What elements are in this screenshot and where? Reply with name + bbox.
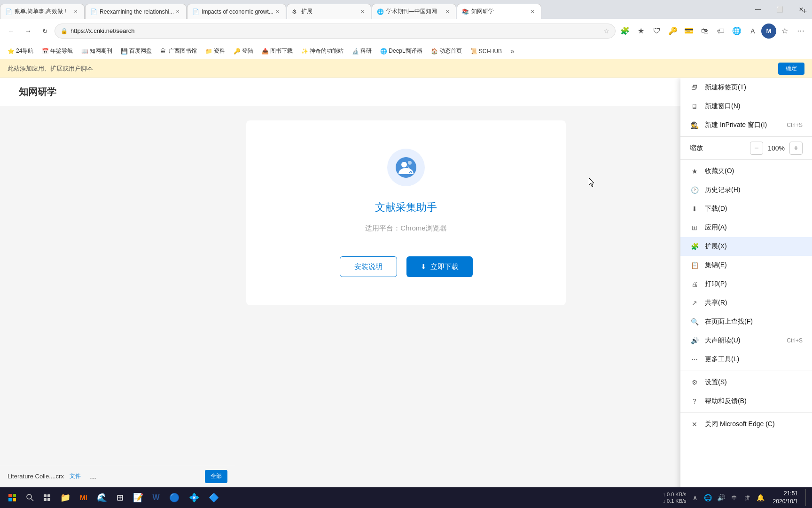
bookmark-item-4[interactable]: 🏛广西图书馆 — [156, 46, 201, 57]
menu-label-read-aloud: 大声朗读(U) — [705, 336, 781, 345]
bookmark-item-11[interactable]: 🏠动态首页 — [427, 46, 466, 57]
coupon-icon[interactable]: 🏷 — [713, 24, 728, 39]
clock[interactable]: 21:51 2020/10/1 — [769, 490, 802, 506]
menu-icon-history: 🕐 — [690, 185, 699, 195]
extensions-icon[interactable]: 🧩 — [617, 24, 632, 39]
bookmark-favicon-1: 📅 — [42, 48, 48, 55]
tab-close-6[interactable]: ✕ — [529, 8, 536, 16]
favorites-button[interactable]: ☆ — [777, 24, 792, 39]
menu-item-help[interactable]: ? 帮助和反馈(B) — [680, 392, 812, 411]
tab-close-3[interactable]: ✕ — [273, 8, 281, 16]
menu-label-settings: 设置(S) — [705, 378, 803, 387]
bookmark-item-7[interactable]: 📥图书下载 — [258, 46, 297, 57]
settings-button[interactable]: ⋯ — [793, 24, 808, 39]
menu-item-find[interactable]: 🔍 在页面上查找(F) — [680, 312, 812, 331]
read-icon[interactable]: A — [745, 24, 760, 39]
taskbar-search[interactable] — [23, 489, 38, 506]
zoom-out-button[interactable]: − — [750, 142, 763, 155]
refresh-button[interactable]: ↻ — [38, 24, 53, 39]
menu-item-downloads[interactable]: ⬇ 下载(D) — [680, 199, 812, 218]
address-bar[interactable]: 🔒 https://x.cnki.net/search ☆ — [55, 24, 616, 39]
menu-item-collections[interactable]: 📋 集锦(E) — [680, 256, 812, 275]
back-button[interactable]: ← — [4, 24, 19, 39]
notification-bell[interactable]: 🔔 — [756, 493, 765, 502]
bookmark-item-5[interactable]: 📁资料 — [202, 46, 229, 57]
password-icon[interactable]: 🔑 — [665, 24, 680, 39]
browser-frame: 📄 账单,简单事,高效做！ ✕ 📄 Reexamining the relati… — [0, 0, 812, 508]
bookmark-item-9[interactable]: 🔬科研 — [348, 46, 375, 57]
menu-item-more-tools[interactable]: ⋯ 更多工具(L) — [680, 350, 812, 369]
show-desktop[interactable] — [805, 489, 808, 506]
taskbar-app-grid[interactable]: ⊞ — [113, 489, 127, 506]
systray-ime[interactable]: 拼 — [743, 493, 752, 502]
browser-tab-4[interactable]: ⚙ 扩展 ✕ — [287, 4, 371, 19]
bookmark-item-2[interactable]: 📖知网期刊 — [78, 46, 116, 57]
menu-item-new-window[interactable]: 🖥 新建窗口(N) — [680, 97, 812, 116]
notification-confirm-button[interactable]: 确定 — [778, 63, 804, 75]
taskbar-app3[interactable]: 🔷 — [205, 489, 223, 506]
menu-item-history[interactable]: 🕐 历史记录(H) — [680, 181, 812, 199]
menu-item-close-edge[interactable]: ✕ 关闭 Microsoft Edge (C) — [680, 415, 812, 434]
tab-close-1[interactable]: ✕ — [72, 8, 79, 16]
forward-button[interactable]: → — [21, 24, 36, 39]
svg-rect-3 — [8, 494, 12, 497]
tab-close-5[interactable]: ✕ — [444, 8, 451, 16]
bookmark-item-0[interactable]: ⭐24导航 — [4, 46, 37, 57]
download-button[interactable]: ⬇ 立即下载 — [406, 256, 473, 277]
bookmark-item-12[interactable]: 📜SCI-HUB — [467, 46, 506, 57]
menu-icon-new-tab: 🗗 — [690, 83, 699, 92]
taskbar-task-view[interactable] — [39, 489, 55, 506]
systray-network[interactable]: 🌐 — [703, 493, 713, 502]
bookmark-item-3[interactable]: 💾百度网盘 — [117, 46, 156, 57]
taskbar-app2[interactable]: 💠 — [185, 489, 203, 506]
menu-item-settings[interactable]: ⚙ 设置(S) — [680, 373, 812, 392]
taskbar-notes[interactable]: 📝 — [129, 489, 147, 506]
start-button[interactable] — [4, 489, 21, 506]
taskbar-xiaomi[interactable]: MI — [76, 489, 91, 506]
bookmark-item-6[interactable]: 🔑登陆 — [230, 46, 257, 57]
bookmark-favicon-4: 🏛 — [160, 48, 167, 55]
tab-close-2[interactable]: ✕ — [174, 8, 181, 16]
shield-icon[interactable]: 🛡 — [649, 24, 664, 39]
browser-tab-3[interactable]: 📄 Impacts of economic growt... ✕ — [187, 4, 286, 19]
download-status: 文件 — [70, 472, 81, 480]
browser-tab-2[interactable]: 📄 Reexamining the relationshi... ✕ — [85, 4, 187, 19]
bookmark-item-10[interactable]: 🌐DeepL翻译器 — [376, 46, 426, 57]
browser-tab-6[interactable]: 📚 知网研学 ✕ — [457, 4, 541, 19]
tab-close-4[interactable]: ✕ — [359, 8, 366, 16]
profile-button[interactable]: M — [761, 24, 776, 39]
wallet-icon[interactable]: 💳 — [681, 24, 696, 39]
menu-item-apps[interactable]: ⊞ 应用(A) — [680, 218, 812, 237]
systray-show[interactable]: ∧ — [690, 493, 700, 502]
menu-item-new-private[interactable]: 🕵 新建 InPrivate 窗口(I) Ctrl+S — [680, 116, 812, 135]
bookmarks-more-button[interactable]: » — [507, 46, 518, 57]
menu-label-extensions: 扩展(X) — [705, 242, 803, 251]
taskbar-file-explorer[interactable]: 📁 — [56, 489, 74, 506]
minimize-button[interactable]: — — [747, 0, 769, 19]
translate-icon[interactable]: 🌐 — [729, 24, 744, 39]
taskbar-edge[interactable]: 🌊 — [93, 489, 111, 506]
bookmark-item-8[interactable]: ✨神奇的功能站 — [297, 46, 347, 57]
menu-item-read-aloud[interactable]: 🔊 大声朗读(U) Ctrl+S — [680, 331, 812, 350]
taskbar-word[interactable]: W — [149, 489, 164, 506]
menu-item-extensions[interactable]: 🧩 扩展(X) — [680, 237, 812, 256]
bookmark-icon[interactable]: ☆ — [603, 27, 609, 35]
install-guide-button[interactable]: 安装说明 — [340, 256, 397, 277]
systray-volume[interactable]: 🔊 — [717, 493, 726, 502]
menu-item-new-tab[interactable]: 🗗 新建标签页(T) — [680, 78, 812, 97]
systray-keyboard[interactable]: 中 — [730, 493, 739, 502]
bookmark-item-1[interactable]: 📅年鉴导航 — [38, 46, 77, 57]
zoom-in-button[interactable]: + — [789, 142, 803, 155]
menu-item-share[interactable]: ↗ 共享(R) — [680, 294, 812, 312]
download-all-button[interactable]: 全部 — [205, 470, 227, 483]
download-more-button[interactable]: ... — [86, 470, 100, 483]
maximize-button[interactable]: ⬜ — [769, 0, 790, 19]
taskbar-app1[interactable]: 🔵 — [165, 489, 183, 506]
collections-icon[interactable]: ★ — [633, 24, 648, 39]
menu-item-print[interactable]: 🖨 打印(P) — [680, 275, 812, 294]
browser-tab-5[interactable]: 🌐 学术期刊—中国知网 ✕ — [372, 4, 456, 19]
close-button[interactable]: ✕ — [790, 0, 812, 19]
shopping-icon[interactable]: 🛍 — [697, 24, 712, 39]
browser-tab-1[interactable]: 📄 账单,简单事,高效做！ ✕ — [0, 4, 85, 19]
menu-item-favorites[interactable]: ★ 收藏夹(O) — [680, 162, 812, 181]
